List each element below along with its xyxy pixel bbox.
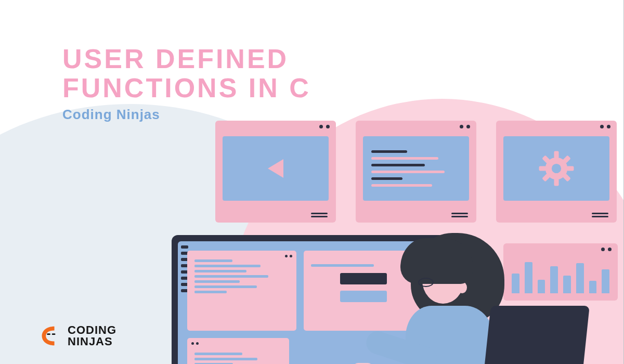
chart-bar — [538, 280, 545, 293]
chart-bar — [563, 276, 571, 293]
page-title-line1: USER DEFINED — [62, 44, 311, 73]
bar-chart — [512, 260, 609, 293]
card-footer-lines — [451, 213, 468, 217]
svg-rect-3 — [539, 166, 547, 171]
svg-rect-11 — [52, 333, 56, 335]
chart-bar — [589, 281, 597, 293]
chart-bar — [550, 266, 558, 293]
play-icon — [268, 159, 283, 178]
window-controls — [319, 125, 330, 128]
screen-panel-bottom — [187, 338, 289, 364]
svg-rect-2 — [554, 179, 558, 186]
card-video — [215, 121, 336, 223]
logo-text-line2: NINJAS — [68, 336, 116, 347]
brand-logo: CODING NINJAS — [36, 323, 116, 348]
svg-point-9 — [552, 164, 561, 173]
chart-bar — [602, 269, 609, 293]
card-settings — [496, 121, 617, 223]
svg-rect-10 — [47, 333, 50, 335]
page-subtitle: Coding Ninjas — [62, 107, 311, 123]
video-screen — [223, 136, 329, 201]
logo-mark-icon — [36, 323, 61, 348]
chart-bar — [525, 262, 532, 293]
window-controls — [600, 125, 610, 128]
chair — [468, 306, 588, 364]
card-footer-lines — [311, 213, 328, 217]
logo-text: CODING NINJAS — [68, 324, 116, 347]
title-block: USER DEFINED FUNCTIONS IN C Coding Ninja… — [62, 44, 311, 123]
card-code — [356, 121, 476, 223]
chart-bar — [576, 263, 584, 293]
screen-panel-left — [187, 251, 296, 331]
gear-screen — [503, 136, 609, 201]
card-footer-lines — [592, 213, 608, 217]
svg-rect-1 — [554, 151, 558, 159]
svg-rect-4 — [567, 166, 574, 171]
glasses-icon — [418, 278, 434, 287]
window-controls — [601, 248, 612, 251]
logo-text-line1: CODING — [68, 324, 116, 336]
page-title-line2: FUNCTIONS IN C — [62, 73, 311, 102]
window-controls — [460, 125, 470, 128]
gear-icon — [537, 149, 576, 188]
code-screen — [363, 136, 469, 201]
